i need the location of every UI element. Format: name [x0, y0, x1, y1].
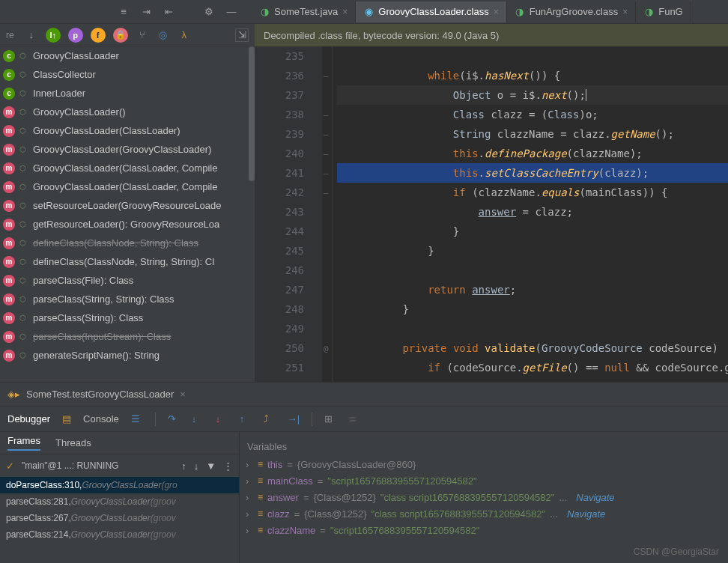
line-number[interactable]: 246 — [255, 261, 304, 280]
code-line[interactable]: } — [337, 222, 728, 241]
expand-arrow-icon[interactable]: › — [246, 475, 253, 487]
tree-item[interactable]: m⬡getResourceLoader(): GroovyResourceLoa — [0, 215, 255, 234]
sort-icon[interactable]: ↓ — [25, 28, 38, 42]
code-line[interactable]: this.setClassCacheEntry(clazz); — [337, 163, 728, 183]
expand-arrow-icon[interactable]: › — [246, 492, 253, 503]
frame-row[interactable]: parseClass:214, GroovyClassLoader (groov — [0, 526, 239, 543]
line-number[interactable]: 245 — [255, 241, 304, 261]
trace-icon[interactable]: ≣ — [348, 413, 360, 425]
debugger-tab[interactable]: Debugger — [7, 413, 50, 424]
line-number[interactable]: 248 — [255, 299, 304, 319]
code-line[interactable]: } — [337, 299, 728, 319]
line-number[interactable]: 249 — [255, 319, 304, 338]
tab-sometest[interactable]: ◑ SomeTest.java × — [252, 1, 356, 22]
code-line[interactable]: Class clazz = (Class)o; — [337, 105, 728, 124]
line-number[interactable]: 243 — [255, 202, 304, 222]
code-line[interactable]: while(i$.hasNext()) { — [337, 66, 728, 85]
code-editor[interactable]: 235236237💡238239240241242243244245246247… — [255, 46, 728, 382]
tree-item[interactable]: m⬡setResourceLoader(GroovyResourceLoade — [0, 196, 255, 215]
line-number[interactable]: 244 — [255, 222, 304, 241]
frame-row[interactable]: parseClass:281, GroovyClassLoader (groov — [0, 493, 239, 510]
close-icon[interactable]: × — [342, 7, 348, 17]
line-number[interactable]: 240 — [255, 144, 304, 163]
fold-mark[interactable]: — — [321, 149, 331, 159]
tab-funarggroove[interactable]: ◑ FunArgGroove.class × — [507, 1, 637, 22]
code-line[interactable]: this.definePackage(clazzName); — [337, 144, 728, 163]
tree-item[interactable]: c⬡ClassCollector — [0, 65, 255, 84]
filter-interface-icon[interactable]: I↑ — [46, 28, 61, 43]
tree-item[interactable]: m⬡parseClass(String, String): Class — [0, 290, 255, 308]
expand-arrow-icon[interactable]: › — [246, 508, 253, 520]
line-number[interactable]: 241 — [255, 163, 304, 183]
threads-tab[interactable]: Threads — [55, 437, 91, 448]
code-line[interactable]: private void validate(GroovyCodeSource c… — [337, 338, 728, 358]
run-to-cursor-icon[interactable]: →| — [288, 413, 300, 425]
filter-icon[interactable]: ▼ — [206, 460, 216, 472]
align-icon[interactable]: ≡ — [117, 5, 130, 19]
tree-item[interactable]: m⬡parseClass(String): Class — [0, 308, 255, 327]
minimize-icon[interactable]: — — [225, 5, 238, 19]
scrollbar[interactable] — [249, 46, 255, 181]
tab-fung-partial[interactable]: ◑ FunG — [636, 1, 691, 22]
force-step-into-icon[interactable]: ↓ — [216, 413, 228, 425]
filter-private-icon[interactable]: 🔒 — [113, 28, 128, 43]
console-tab[interactable]: Console — [83, 413, 119, 424]
tree-item[interactable]: m⬡GroovyClassLoader(ClassLoader, Compile — [0, 177, 255, 196]
tab-groovyclassloader[interactable]: ◉ GroovyClassLoader.class × — [356, 1, 506, 22]
tree-item[interactable]: m⬡GroovyClassLoader(ClassLoader, Compile — [0, 159, 255, 177]
code-line[interactable]: answer = clazz; — [337, 202, 728, 222]
tree-item[interactable]: c⬡GroovyClassLoader — [0, 46, 255, 65]
code-line[interactable] — [337, 46, 728, 66]
filter-property-icon[interactable]: p — [68, 28, 83, 43]
expand-arrow-icon[interactable]: › — [246, 525, 253, 536]
frame-row[interactable]: parseClass:267, GroovyClassLoader (groov — [0, 510, 239, 526]
code-line[interactable]: Object o = i$.next(); — [337, 85, 728, 105]
settings-icon[interactable]: ⚙ — [202, 5, 216, 19]
collapse-icon[interactable]: ⇥ — [139, 5, 153, 19]
line-number[interactable]: 242 — [255, 183, 304, 202]
list-icon[interactable]: ☰ — [131, 413, 143, 425]
expand-icon[interactable]: ⇤ — [162, 5, 175, 19]
code-line[interactable]: if (codeSource.getFile() == null && code… — [337, 358, 728, 377]
frames-tab[interactable]: Frames — [7, 435, 40, 451]
thread-selector[interactable]: "main"@1 ...: RUNNING — [22, 460, 174, 471]
variable-row[interactable]: ›≡ clazzName = "script165768839555712059… — [240, 522, 728, 538]
branch-icon[interactable]: ⑂ — [136, 28, 149, 42]
code-line[interactable]: if (clazzName.equals(mainClass)) { — [337, 183, 728, 202]
gutter[interactable]: 235236237💡238239240241242243244245246247… — [255, 46, 322, 382]
tree-item[interactable]: m⬡generateScriptName(): String — [0, 346, 255, 365]
line-number[interactable]: 235 — [255, 46, 304, 66]
line-number[interactable]: 236 — [255, 66, 304, 85]
navigate-link[interactable]: Navigate — [576, 492, 614, 503]
fold-mark[interactable]: — — [321, 188, 331, 198]
step-over-icon[interactable]: ↷ — [168, 413, 180, 425]
frame-row[interactable]: doParseClass:310, GroovyClassLoader (gro — [0, 477, 239, 493]
tree-item[interactable]: m⬡GroovyClassLoader(ClassLoader) — [0, 121, 255, 140]
evaluate-icon[interactable]: ⊞ — [324, 413, 336, 425]
fold-mark[interactable]: @ — [321, 344, 331, 353]
fold-mark[interactable]: — — [321, 168, 331, 178]
filter-field-icon[interactable]: f — [91, 28, 106, 43]
variable-row[interactable]: ›≡ clazz = {Class@1252} "class script165… — [240, 505, 728, 522]
tree-item[interactable]: m⬡defineClass(ClassNode, String): Class — [0, 234, 255, 252]
target-icon[interactable]: ◎ — [157, 28, 170, 42]
debug-tab-label[interactable]: SomeTest.testGroovyClassLoader — [26, 389, 174, 400]
expand-arrow-icon[interactable]: › — [246, 459, 253, 470]
close-icon[interactable]: × — [180, 389, 186, 400]
next-frame-icon[interactable]: ↓ — [194, 460, 199, 472]
close-icon[interactable]: × — [622, 7, 628, 17]
drop-frame-icon[interactable]: ⤴ — [264, 413, 276, 425]
code-line[interactable]: return answer; — [337, 280, 728, 299]
code-line[interactable] — [337, 261, 728, 280]
close-icon[interactable]: × — [494, 7, 499, 17]
tree-item[interactable]: m⬡defineClass(ClassNode, String, String)… — [0, 252, 255, 271]
tree-item[interactable]: m⬡GroovyClassLoader() — [0, 103, 255, 121]
code-line[interactable]: String clazzName = clazz.getName(); — [337, 124, 728, 144]
navigate-link[interactable]: Navigate — [567, 508, 605, 520]
more-icon[interactable]: ⋮ — [223, 460, 233, 472]
line-number[interactable]: 237💡 — [255, 85, 304, 105]
tree-item[interactable]: m⬡parseClass(File): Class — [0, 271, 255, 290]
line-number[interactable]: 247 — [255, 280, 304, 299]
line-number[interactable]: 250 — [255, 338, 304, 358]
line-number[interactable]: 238 — [255, 105, 304, 124]
